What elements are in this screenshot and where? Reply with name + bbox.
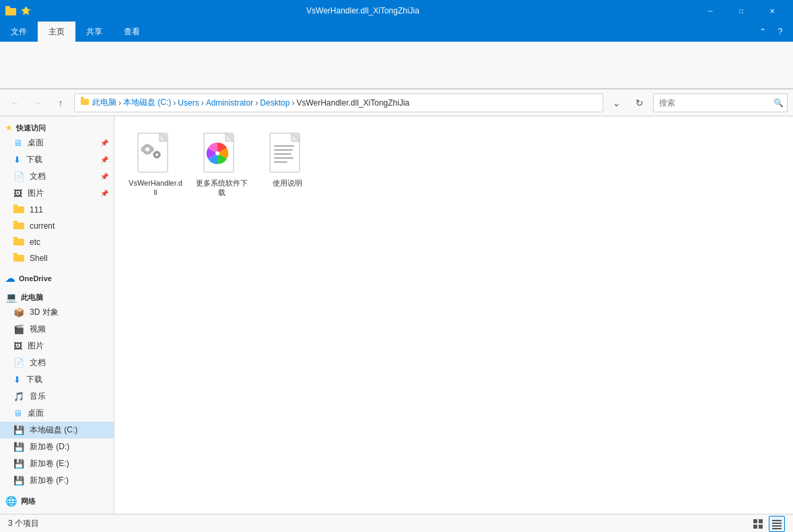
star-title-icon: ⭐ xyxy=(20,5,31,16)
file-item-dll[interactable]: VsWerHandler.dll xyxy=(125,127,186,203)
svg-rect-40 xyxy=(753,519,757,523)
content-area: VsWerHandler.dll xyxy=(114,116,793,514)
dll-file-icon xyxy=(134,132,177,176)
sidebar-item-video[interactable]: 🎬 视频 xyxy=(0,321,114,338)
breadcrumb-part3[interactable]: Users xyxy=(178,98,199,108)
sidebar-section-onedrive: ☁ OneDrive xyxy=(0,269,114,285)
sidebar-item-drive-c[interactable]: 💾 本地磁盘 (C:) xyxy=(0,422,114,439)
address-input[interactable]: 此电脑 › 本地磁盘 (C:) › Users › Administrator … xyxy=(74,93,603,112)
sidebar-header-onedrive[interactable]: ☁ OneDrive xyxy=(0,269,114,285)
search-wrapper: 🔍 xyxy=(653,93,788,112)
tab-share[interactable]: 共享 xyxy=(75,22,113,42)
drive-f-icon: 💾 xyxy=(13,476,24,486)
3d-icon: 📦 xyxy=(13,307,24,317)
sidebar-item-drive-d[interactable]: 💾 新加卷 (D:) xyxy=(0,439,114,455)
pin-icon4: 📌 xyxy=(100,190,108,197)
svg-rect-46 xyxy=(772,525,782,527)
svg-point-31 xyxy=(215,151,219,155)
cloud-icon: ☁ xyxy=(5,273,15,284)
svg-rect-2 xyxy=(81,99,89,105)
svg-rect-3 xyxy=(81,97,84,99)
svg-rect-0 xyxy=(5,8,16,15)
network-icon: 🌐 xyxy=(5,496,17,506)
svg-rect-4 xyxy=(13,206,24,213)
sidebar-item-documents[interactable]: 📄 文档 📌 xyxy=(0,168,114,185)
file-item-colorful[interactable]: 更多系统软件下载 xyxy=(191,127,252,203)
sidebar-item-current[interactable]: current xyxy=(0,218,114,234)
back-button[interactable]: ← xyxy=(5,93,24,112)
colorful-file-name: 更多系统软件下载 xyxy=(194,178,249,198)
svg-rect-45 xyxy=(772,523,782,524)
sidebar-item-documents2[interactable]: 📄 文档 xyxy=(0,354,114,371)
sidebar-item-downloads[interactable]: ⬇ 下载 📌 xyxy=(0,151,114,168)
sidebar-item-music[interactable]: 🎵 音乐 xyxy=(0,388,114,405)
sidebar-item-drive-e[interactable]: 💾 新加卷 (E:) xyxy=(0,455,114,472)
sidebar-header-quickaccess[interactable]: ★ 快速访问 xyxy=(0,119,114,135)
sidebar-item-shell[interactable]: Shell xyxy=(0,250,114,266)
sidebar-item-desktop[interactable]: 🖥 桌面 📌 xyxy=(0,135,114,151)
sidebar-section-network: 🌐 网络 xyxy=(0,492,114,508)
sidebar-section-quickaccess: ★ 快速访问 🖥 桌面 📌 ⬇ 下载 📌 📄 文档 📌 🖼 图片 � xyxy=(0,119,114,266)
folder-111-icon xyxy=(13,204,24,215)
folder-current-icon xyxy=(13,221,24,231)
title-bar: ⭐ VsWerHandler.dll_XiTongZhiJia ─ □ ✕ xyxy=(0,0,793,22)
star-icon: ★ xyxy=(5,124,12,132)
search-input[interactable] xyxy=(653,93,788,112)
sidebar-item-pictures2[interactable]: 🖼 图片 xyxy=(0,338,114,354)
document2-icon: 📄 xyxy=(13,358,24,368)
svg-point-22 xyxy=(156,153,158,156)
refresh-button[interactable]: ↻ xyxy=(630,93,649,112)
ribbon-help-button[interactable]: ? xyxy=(773,24,788,39)
svg-rect-24 xyxy=(156,157,158,158)
txt-file-icon xyxy=(266,132,309,176)
tab-file[interactable]: 文件 xyxy=(0,22,38,42)
item-count: 3 个项目 xyxy=(8,518,39,529)
svg-rect-17 xyxy=(145,145,149,147)
sidebar-header-network[interactable]: 🌐 网络 xyxy=(0,492,114,508)
svg-rect-8 xyxy=(13,239,24,245)
svg-rect-19 xyxy=(141,147,143,151)
sidebar-item-downloads2[interactable]: ⬇ 下载 xyxy=(0,371,114,388)
window-title: VsWerHandler.dll_XiTongZhiJia xyxy=(31,6,695,15)
svg-rect-38 xyxy=(274,157,294,159)
folder-shell-icon xyxy=(13,253,24,264)
close-button[interactable]: ✕ xyxy=(757,0,788,22)
file-item-txt[interactable]: 使用说明 xyxy=(257,127,318,203)
list-view-button[interactable] xyxy=(750,516,766,532)
details-view-button[interactable] xyxy=(769,516,785,532)
sidebar-section-thispc: 💻 此电脑 📦 3D 对象 🎬 视频 🖼 图片 📄 文档 ⬇ 下载 xyxy=(0,288,114,489)
pin-icon2: 📌 xyxy=(100,156,108,163)
svg-rect-11 xyxy=(13,253,18,256)
drive-c-icon: 💾 xyxy=(13,425,24,435)
sidebar-item-111[interactable]: 111 xyxy=(0,202,114,218)
svg-rect-37 xyxy=(274,153,291,155)
status-bar: 3 个项目 xyxy=(0,514,793,532)
address-dropdown-button[interactable]: ⌄ xyxy=(607,93,626,112)
address-bar: ← → ↑ 此电脑 › 本地磁盘 (C:) › Users › Administ… xyxy=(0,89,793,116)
up-button[interactable]: ↑ xyxy=(51,93,70,112)
tab-home[interactable]: 主页 xyxy=(38,22,75,42)
dll-file-name: VsWerHandler.dll xyxy=(128,178,183,198)
sidebar-header-thispc[interactable]: 💻 此电脑 xyxy=(0,288,114,304)
sidebar-item-3d[interactable]: 📦 3D 对象 xyxy=(0,304,114,321)
sidebar-item-etc[interactable]: etc xyxy=(0,234,114,250)
colorful-file-icon xyxy=(200,132,243,176)
breadcrumb-part4[interactable]: Administrator xyxy=(206,98,254,108)
document-icon: 📄 xyxy=(13,172,24,182)
sidebar-item-drive-f[interactable]: 💾 新加卷 (F:) xyxy=(0,472,114,489)
forward-button[interactable]: → xyxy=(28,93,47,112)
minimize-button[interactable]: ─ xyxy=(695,0,726,22)
title-bar-icons: ⭐ xyxy=(5,5,31,16)
folder-small-icon xyxy=(5,5,16,16)
tab-view[interactable]: 查看 xyxy=(113,22,151,42)
ribbon-collapse-button[interactable]: ⌃ xyxy=(755,24,770,39)
breadcrumb-part5[interactable]: Desktop xyxy=(260,98,289,108)
download-icon: ⬇ xyxy=(13,155,21,165)
svg-rect-7 xyxy=(13,221,18,223)
breadcrumb-part1[interactable]: 此电脑 xyxy=(92,97,116,108)
sidebar-item-desktop2[interactable]: 🖥 桌面 xyxy=(0,405,114,422)
sidebar-item-pictures[interactable]: 🖼 图片 📌 xyxy=(0,185,114,202)
breadcrumb-part2[interactable]: 本地磁盘 (C:) xyxy=(123,97,171,108)
maximize-button[interactable]: □ xyxy=(726,0,757,22)
svg-rect-43 xyxy=(759,525,763,529)
